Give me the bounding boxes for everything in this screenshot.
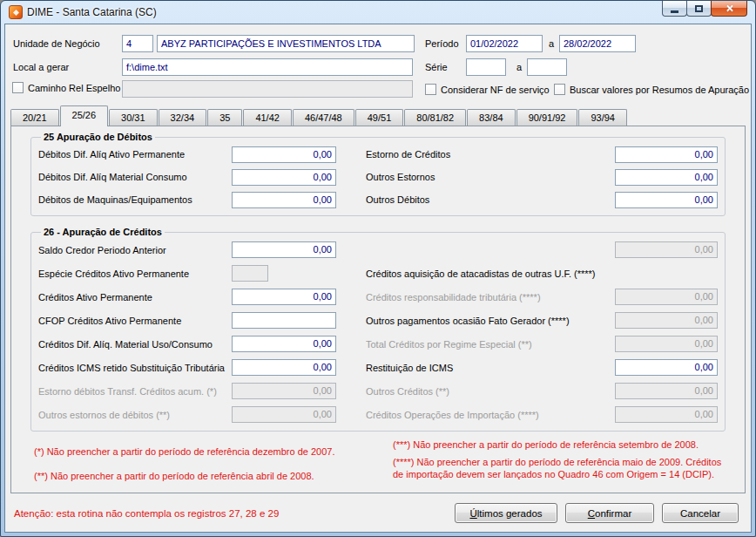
tab-bar: 20/21 25/26 30/31 32/34 35 41/42 46/47/4… — [5, 105, 751, 126]
amount-field: 0,00 — [615, 336, 718, 352]
field-label: Saldo Credor Periodo Anterior — [38, 245, 232, 255]
field-label: Créditos ICMS retido Substituição Tribut… — [38, 363, 232, 373]
considerar-nf-servico-checkbox[interactable]: Considerar NF de serviço — [425, 84, 550, 95]
field-label: Créditos Ativo Permanente — [38, 292, 232, 302]
tab-25-26[interactable]: 25/26 — [60, 105, 109, 126]
periodo-label: Período — [425, 38, 459, 49]
field-row: Créditos ICMS retido Substituição Tribut… — [38, 356, 718, 379]
field-label: Estorno débitos Transf. Créditos acum. (… — [38, 386, 232, 397]
checkbox-box — [12, 82, 24, 93]
serie-separator: a — [516, 62, 522, 72]
amount-field: 0,00 — [615, 241, 718, 258]
confirmar-button[interactable]: Confirmar — [565, 503, 654, 523]
titlebar: DIME - Santa Catarina (SC) — [4, 1, 752, 24]
maximize-icon — [695, 5, 703, 12]
cancelar-button[interactable]: Cancelar — [662, 503, 739, 523]
tab-90-91-92[interactable]: 90/91/92 — [516, 109, 578, 126]
checkbox-label: Buscar valores por Resumos de Apuração — [570, 85, 749, 95]
tab-80-81-82[interactable]: 80/81/82 — [404, 109, 466, 126]
amount-field: 0,00 — [232, 406, 336, 423]
quadro-26-groupbox: 26 - Apuração de Créditos Saldo Credor P… — [30, 227, 726, 432]
checkbox-box — [425, 84, 436, 95]
maximize-button[interactable] — [686, 1, 712, 17]
minimize-button[interactable] — [662, 1, 687, 17]
buscar-resumos-checkbox[interactable]: Buscar valores por Resumos de Apuração — [554, 84, 749, 95]
tab-41-42[interactable]: 41/42 — [243, 109, 292, 126]
amount-field[interactable]: 0,00 — [615, 146, 718, 163]
window-title: DIME - Santa Catarina (SC) — [27, 6, 157, 18]
amount-field: 0,00 — [232, 383, 336, 399]
field-label: Outros pagamentos ocasião Fato Gerador (… — [366, 316, 615, 326]
field-label: Total Créditos por Regime Especial (**) — [366, 339, 615, 350]
field-label: Créditos Operações de Importação (****) — [366, 410, 615, 420]
field-label: Créditos responsabilidade tributária (**… — [366, 292, 615, 302]
checkbox-label: Caminho Rel Espelho — [28, 83, 120, 93]
field-label: Estorno de Créditos — [366, 149, 615, 160]
cfop-field[interactable] — [232, 312, 336, 329]
footnote: (*) Não preencher a partir do período de… — [34, 445, 381, 458]
amount-field[interactable]: 0,00 — [232, 336, 336, 352]
tab-32-34[interactable]: 32/34 — [159, 109, 207, 126]
checkbox-label: Considerar NF de serviço — [441, 85, 550, 95]
caminho-rel-espelho-checkbox[interactable]: Caminho Rel Espelho — [12, 82, 120, 93]
field-label: Outros estornos de débitos (**) — [38, 410, 232, 420]
tab-83-84[interactable]: 83/84 — [467, 109, 516, 126]
field-label: CFOP Créditos Ativo Permanente — [38, 316, 232, 326]
amount-field[interactable]: 0,00 — [232, 192, 336, 208]
field-label: Débitos de Maquinas/Equipamentos — [38, 194, 232, 205]
amount-field[interactable]: 0,00 — [232, 289, 336, 305]
local-a-gerar-field[interactable]: f:\dime.txt — [122, 58, 413, 76]
field-row: Débitos de Maquinas/Equipamentos 0,00 Ou… — [38, 188, 718, 211]
amount-field[interactable]: 0,00 — [232, 146, 336, 163]
periodo-end-field[interactable]: 28/02/2022 — [559, 35, 636, 52]
header-form: Unidade de Negócio 4 ABYZ PARTICIPAÇÕES … — [5, 24, 751, 105]
amount-field[interactable]: 0,00 — [615, 169, 718, 186]
amount-field: 0,00 — [615, 406, 718, 423]
minimize-icon — [671, 10, 678, 13]
periodo-start-field[interactable]: 01/02/2022 — [466, 35, 543, 52]
amount-field: 0,00 — [615, 383, 718, 399]
quadro-25-title: 25 Apuração de Débitos — [41, 132, 155, 142]
footnotes-right-column: (***) Não preencher a partir do período … — [393, 438, 734, 482]
serie-end-field[interactable] — [527, 58, 567, 76]
tab-93-94[interactable]: 93/94 — [578, 109, 627, 126]
field-row: Saldo Credor Periodo Anterior 0,00 0,00 — [38, 238, 718, 262]
footer-bar: Atenção: esta rotina não contempla os re… — [14, 503, 739, 523]
field-row: Espécie Créditos Ativo Permanente Crédit… — [38, 262, 718, 285]
unidade-negocio-name-field[interactable]: ABYZ PARTICIPAÇÕES E INVESTIMENTOS LTDA — [157, 35, 415, 52]
field-label: Restituição de ICMS — [366, 363, 615, 373]
field-label: Débitos Dif. Alíq Ativo Permanente — [38, 149, 232, 160]
field-row: Débitos Dif. Alíq Ativo Permanente 0,00 … — [38, 143, 718, 166]
close-icon — [725, 3, 734, 13]
amount-field[interactable]: 0,00 — [232, 359, 336, 376]
app-icon — [9, 5, 23, 19]
serie-start-field[interactable] — [466, 58, 506, 76]
amount-field[interactable]: 0,00 — [232, 241, 336, 258]
amount-field: 0,00 — [615, 289, 718, 305]
amount-field[interactable]: 0,00 — [232, 169, 336, 186]
tab-page-25-26: 25 Apuração de Débitos Débitos Dif. Alíq… — [10, 126, 746, 493]
footnote: (****) Não preencher a partir do período… — [393, 456, 734, 480]
field-row: Créditos Dif. Alíq. Material Uso/Consumo… — [38, 332, 718, 356]
tab-49-51[interactable]: 49/51 — [355, 109, 404, 126]
field-row: Débitos Dif. Alíq Material Consumo 0,00 … — [38, 166, 718, 188]
amount-field[interactable]: 0,00 — [615, 192, 718, 208]
ultimos-gerados-button[interactable]: Últimos gerados — [455, 503, 557, 523]
close-button[interactable] — [711, 1, 747, 17]
tab-20-21[interactable]: 20/21 — [10, 109, 59, 126]
footnotes: (*) Não preencher a partir do período de… — [34, 438, 734, 482]
window-controls — [663, 1, 747, 17]
unidade-negocio-code-field[interactable]: 4 — [122, 35, 153, 52]
quadro-25-groupbox: 25 Apuração de Débitos Débitos Dif. Alíq… — [30, 132, 726, 216]
tab-30-31[interactable]: 30/31 — [109, 109, 158, 126]
field-label: Outros Créditos (**) — [366, 386, 615, 397]
field-row: Outros estornos de débitos (**) 0,00 Cré… — [38, 403, 718, 426]
tab-35[interactable]: 35 — [207, 109, 242, 126]
field-label: Outros Estornos — [366, 172, 615, 182]
field-label: Outros Débitos — [366, 194, 615, 205]
tab-46-47-48[interactable]: 46/47/48 — [293, 109, 354, 126]
amount-field[interactable]: 0,00 — [615, 359, 718, 376]
field-label: Créditos Dif. Alíq. Material Uso/Consumo — [38, 339, 232, 350]
periodo-separator: a — [549, 38, 554, 49]
dialog-client-area: Unidade de Negócio 4 ABYZ PARTICIPAÇÕES … — [4, 24, 752, 533]
